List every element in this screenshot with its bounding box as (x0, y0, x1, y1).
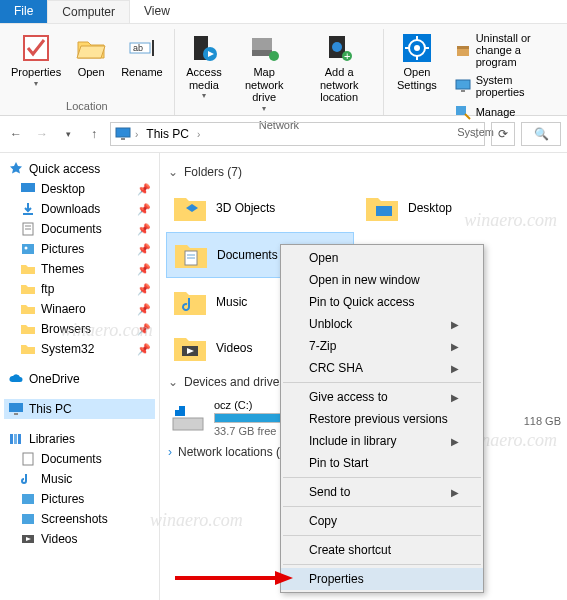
settings-gear-icon (401, 32, 433, 64)
ctx-pin-start[interactable]: Pin to Start (281, 452, 483, 474)
sidebar-libraries[interactable]: Libraries (4, 429, 155, 449)
video-icon (20, 531, 36, 547)
sidebar-lib-pictures[interactable]: Pictures (4, 489, 155, 509)
annotation-arrow-icon (175, 568, 295, 588)
sidebar-item-system32[interactable]: System32📌 (4, 339, 155, 359)
chevron-right-icon: ▶ (451, 487, 459, 498)
ctx-pin-quick-access[interactable]: Pin to Quick access (281, 291, 483, 313)
tab-view[interactable]: View (130, 0, 184, 23)
svg-rect-27 (21, 183, 35, 192)
network-drive-icon (248, 32, 280, 64)
tab-computer[interactable]: Computer (47, 0, 130, 23)
open-settings-button[interactable]: Open Settings (390, 29, 444, 94)
sidebar-item-winaero[interactable]: Winaero📌 (4, 299, 155, 319)
access-media-button[interactable]: Access media ▾ (181, 29, 227, 103)
context-menu: Open Open in new window Pin to Quick acc… (280, 244, 484, 593)
open-button[interactable]: Open (68, 29, 114, 82)
pin-icon: 📌 (137, 263, 151, 276)
menu-separator (283, 535, 481, 536)
system-properties-button[interactable]: System properties (450, 71, 561, 101)
ctx-properties[interactable]: Properties (281, 568, 483, 590)
add-network-location-button[interactable]: + Add a network location (301, 29, 377, 107)
folder-icon (20, 281, 36, 297)
drive-icon (170, 400, 206, 436)
ctx-send-to[interactable]: Send to▶ (281, 481, 483, 503)
open-folder-icon (75, 32, 107, 64)
manage-button[interactable]: Manage (450, 101, 561, 123)
sidebar-item-ftp[interactable]: ftp📌 (4, 279, 155, 299)
pin-icon: 📌 (137, 243, 151, 256)
nav-back-button[interactable]: ← (6, 124, 26, 144)
downloads-icon (20, 201, 36, 217)
sidebar-lib-music[interactable]: Music (4, 469, 155, 489)
sidebar-lib-videos[interactable]: Videos (4, 529, 155, 549)
sidebar-lib-documents[interactable]: Documents (4, 449, 155, 469)
sidebar-item-pictures[interactable]: Pictures📌 (4, 239, 155, 259)
chevron-right-icon: ▶ (451, 392, 459, 403)
documents-icon (20, 221, 36, 237)
menu-separator (283, 382, 481, 383)
desktop-icon (20, 181, 36, 197)
svg-rect-24 (456, 106, 466, 115)
sidebar-this-pc[interactable]: This PC (4, 399, 155, 419)
svg-rect-36 (14, 434, 17, 444)
nav-recent-dropdown[interactable]: ▾ (58, 124, 78, 144)
chevron-down-icon: ▾ (202, 91, 206, 100)
ribbon-group-system: Open Settings Uninstall or change a prog… (384, 29, 567, 115)
sidebar-item-themes[interactable]: Themes📌 (4, 259, 155, 279)
ctx-give-access-to[interactable]: Give access to▶ (281, 386, 483, 408)
chevron-right-icon: ▶ (451, 436, 459, 447)
folder-3d-objects[interactable]: 3D Objects (166, 186, 354, 230)
rename-button[interactable]: ab Rename (116, 29, 168, 82)
properties-button[interactable]: Properties ▾ (6, 29, 66, 91)
ctx-restore-previous[interactable]: Restore previous versions (281, 408, 483, 430)
sidebar-item-downloads[interactable]: Downloads📌 (4, 199, 155, 219)
title-tabs: File Computer View (0, 0, 567, 24)
svg-rect-38 (23, 453, 33, 465)
sidebar-item-desktop[interactable]: Desktop📌 (4, 179, 155, 199)
ctx-create-shortcut[interactable]: Create shortcut (281, 539, 483, 561)
folder-icon (20, 321, 36, 337)
sidebar-lib-screenshots[interactable]: Screenshots (4, 509, 155, 529)
folder-music-icon (172, 284, 208, 320)
nav-forward-button[interactable]: → (32, 124, 52, 144)
sidebar-quick-access[interactable]: Quick access (4, 159, 155, 179)
ctx-open-new-window[interactable]: Open in new window (281, 269, 483, 291)
ctx-unblock[interactable]: Unblock▶ (281, 313, 483, 335)
sidebar-item-browsers[interactable]: Browsers📌 (4, 319, 155, 339)
svg-rect-7 (252, 50, 272, 56)
breadcrumb-this-pc[interactable]: This PC (142, 127, 193, 141)
star-icon (8, 161, 24, 177)
section-folders[interactable]: ⌄ Folders (7) (164, 161, 567, 185)
refresh-button[interactable]: ⟳ (491, 122, 515, 146)
folder-documents-icon (173, 237, 209, 273)
uninstall-program-button[interactable]: Uninstall or change a program (450, 29, 561, 71)
pin-icon: 📌 (137, 203, 151, 216)
ctx-open[interactable]: Open (281, 247, 483, 269)
menu-separator (283, 506, 481, 507)
tab-file[interactable]: File (0, 0, 47, 23)
ctx-crc-sha[interactable]: CRC SHA▶ (281, 357, 483, 379)
folder-desktop[interactable]: Desktop (358, 186, 546, 230)
rename-icon: ab (126, 32, 158, 64)
search-button[interactable]: 🔍 (521, 122, 561, 146)
svg-point-10 (332, 42, 342, 52)
svg-rect-49 (175, 406, 179, 410)
chevron-down-icon[interactable]: ⌄ (472, 129, 480, 140)
pictures-icon (20, 241, 36, 257)
breadcrumb-box[interactable]: › This PC › ⌄ (110, 122, 485, 146)
folder-videos-icon (172, 330, 208, 366)
sidebar-onedrive[interactable]: OneDrive (4, 369, 155, 389)
chevron-down-icon: ⌄ (168, 375, 178, 389)
map-network-drive-button[interactable]: Map network drive ▾ (229, 29, 299, 116)
svg-point-15 (414, 45, 420, 51)
sidebar-item-documents[interactable]: Documents📌 (4, 219, 155, 239)
ctx-copy[interactable]: Copy (281, 510, 483, 532)
pin-icon: 📌 (137, 223, 151, 236)
svg-rect-25 (116, 128, 130, 137)
ctx-include-library[interactable]: Include in library▶ (281, 430, 483, 452)
ctx-7zip[interactable]: 7-Zip▶ (281, 335, 483, 357)
chevron-right-icon: ▶ (451, 363, 459, 374)
nav-up-button[interactable]: ↑ (84, 124, 104, 144)
svg-rect-39 (22, 494, 34, 504)
